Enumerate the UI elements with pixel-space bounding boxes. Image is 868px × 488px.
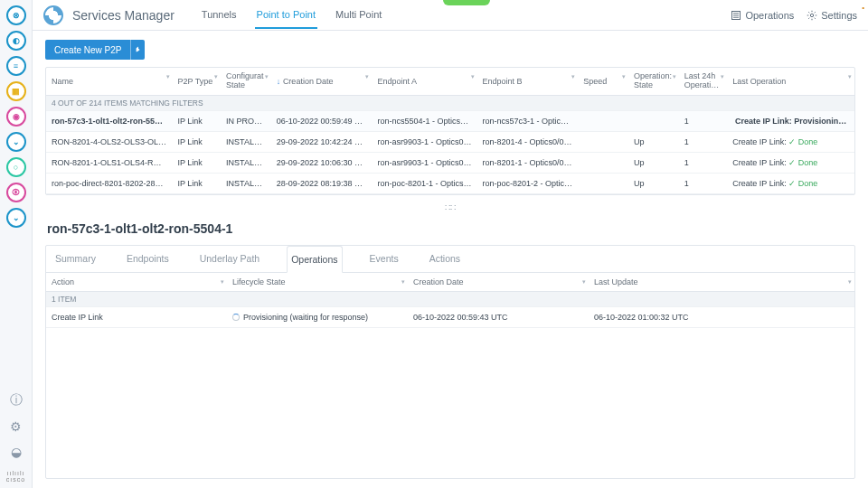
settings-label: Settings — [821, 10, 857, 21]
nav-icon-4[interactable]: ▦ — [6, 81, 26, 101]
grid-header-row: Name▾ P2P Type▾ Configurat State▾ ↓ Crea… — [46, 68, 854, 95]
nav-icon-2[interactable]: ◐ — [6, 31, 26, 51]
subtab-events[interactable]: Events — [366, 246, 402, 272]
user-icon[interactable]: ◒ — [11, 445, 22, 459]
table-row[interactable]: RON-8201-4-OLS2-OLS3-OLS4-…IP LinkINSTAL… — [46, 131, 854, 152]
filter-caption: 4 OUT OF 214 ITEMS MATCHING FILTERS — [46, 95, 854, 110]
col-epa[interactable]: Endpoint A▾ — [372, 68, 476, 95]
svg-point-1 — [811, 14, 814, 16]
detail-panel: Summary Endpoints Underlay Path Operatio… — [45, 245, 855, 479]
left-rail: ⊗ ◐ ≡ ▦ ◉ ⌄ ○ ⦿ ⌄ ⓘ ⚙ ◒ ıılıılıcısco — [0, 0, 33, 488]
table-row[interactable]: ron-poc-direct-8201-8202-2809…IP LinkINS… — [46, 173, 854, 193]
services-grid: Name▾ P2P Type▾ Configurat State▾ ↓ Crea… — [45, 67, 855, 195]
subtab-summary[interactable]: Summary — [52, 246, 99, 272]
ops-col-life[interactable]: Lifecycle State▾ — [227, 273, 408, 292]
ops-filter-row: 1 ITEM — [46, 291, 854, 306]
col-type[interactable]: P2P Type▾ — [173, 68, 222, 95]
top-tabs: Tunnels Point to Point Multi Point — [200, 2, 384, 29]
subtab-underlay[interactable]: Underlay Path — [196, 246, 264, 272]
recording-indicator — [443, 0, 490, 5]
gear-icon — [807, 10, 817, 21]
nav-icon-1[interactable]: ⊗ — [6, 5, 26, 25]
table-row[interactable]: ron-57c3-1-olt1-olt2-ron-5504-1IP LinkIN… — [46, 110, 854, 131]
spinner-icon — [232, 314, 240, 321]
subtab-operations[interactable]: Operations — [287, 246, 342, 273]
app-icon — [43, 5, 63, 25]
nav-icon-9[interactable]: ⌄ — [6, 208, 26, 228]
create-p2p-label: Create New P2P — [45, 45, 130, 55]
ops-col-lupd[interactable]: Last Update▾ — [589, 273, 854, 292]
col-24h[interactable]: Last 24h Operations▾ — [679, 68, 728, 95]
detail-tabs: Summary Endpoints Underlay Path Operatio… — [46, 246, 854, 273]
tab-multipoint[interactable]: Multi Point — [334, 2, 383, 29]
nav-icon-8[interactable]: ⦿ — [6, 183, 26, 202]
create-p2p-dropdown[interactable] — [130, 40, 145, 60]
settings-icon[interactable]: ⚙ — [10, 419, 22, 434]
splitter[interactable]: ∷∷ — [45, 202, 855, 212]
table-row[interactable]: Create IP LinkProvisioning (waiting for … — [46, 306, 854, 327]
ops-col-cdate[interactable]: Creation Date▾ — [408, 273, 589, 292]
table-row[interactable]: RON-8201-1-OLS1-OLS4-RON-…IP LinkINSTALL… — [46, 152, 854, 173]
nav-icon-6[interactable]: ⌄ — [6, 132, 26, 152]
tab-tunnels[interactable]: Tunnels — [200, 2, 239, 29]
tab-p2p[interactable]: Point to Point — [255, 2, 317, 29]
settings-link[interactable]: Settings — [807, 10, 857, 21]
col-lastop[interactable]: Last Operation▾ — [727, 68, 854, 95]
col-ops[interactable]: Operation: State▾ — [628, 68, 679, 95]
corner-dot: • — [862, 4, 864, 12]
operations-label: Operations — [745, 10, 794, 21]
nav-icon-7[interactable]: ○ — [6, 157, 26, 177]
subtab-endpoints[interactable]: Endpoints — [123, 246, 173, 272]
app-title: Services Manager — [72, 8, 175, 23]
col-name[interactable]: Name▾ — [46, 68, 173, 95]
chevron-down-icon: ▾ — [166, 73, 170, 80]
nav-icon-3[interactable]: ≡ — [6, 56, 26, 76]
subtab-actions[interactable]: Actions — [426, 246, 464, 272]
services-table: Name▾ P2P Type▾ Configurat State▾ ↓ Crea… — [46, 68, 854, 194]
col-epb[interactable]: Endpoint B▾ — [477, 68, 579, 95]
detail-title: ron-57c3-1-olt1-olt2-ron-5504-1 — [45, 220, 855, 238]
col-conf[interactable]: Configurat State▾ — [221, 68, 271, 95]
nav-icon-5[interactable]: ◉ — [6, 107, 26, 127]
ops-col-action[interactable]: Action▾ — [46, 273, 227, 292]
operations-table: Action▾ Lifecycle State▾ Creation Date▾ … — [46, 273, 854, 328]
col-speed[interactable]: Speed▾ — [578, 68, 628, 95]
create-p2p-button[interactable]: Create New P2P — [45, 40, 145, 60]
cisco-logo: ıılıılıcısco — [6, 470, 25, 483]
col-date[interactable]: ↓ Creation Date▾ — [271, 68, 373, 95]
grid-filter-row: 4 OUT OF 214 ITEMS MATCHING FILTERS — [46, 95, 854, 110]
operations-link[interactable]: Operations — [731, 10, 794, 21]
info-icon[interactable]: ⓘ — [10, 392, 23, 408]
operations-icon — [731, 10, 741, 21]
